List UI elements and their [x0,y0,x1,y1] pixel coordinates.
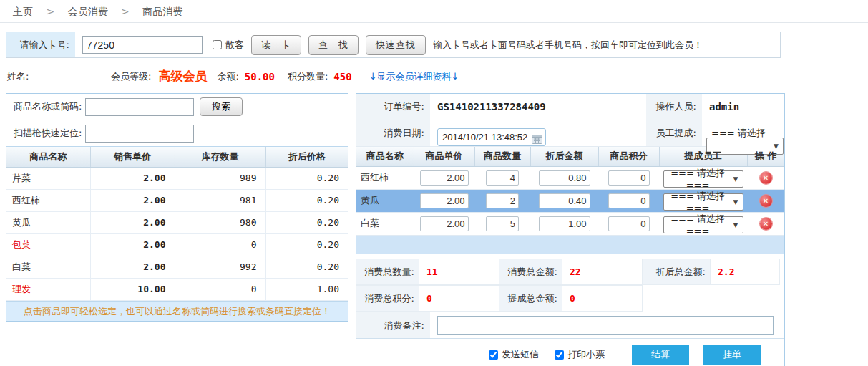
total-discount-label: 折后总金额: [643,259,711,285]
order-item-unit-price-input[interactable] [420,193,469,208]
print-ticket-checkbox[interactable] [555,350,564,360]
product-price: 10.00 [90,278,175,300]
order-item-name: 白菜 [356,212,414,235]
guest-label: 散客 [225,39,244,52]
order-panel: 订单编号: GS1410211337284409 操作人员: admin 消费日… [356,93,785,366]
product-col-discount: 折后价格 [265,147,348,167]
order-item-row[interactable]: 黄瓜=== 请选择 ===▼✕ [356,189,784,212]
order-item-staff-select[interactable]: === 请选择 ===▼ [663,193,743,211]
total-qty-label: 消费总数量: [356,259,419,285]
order-item-qty-input[interactable] [486,216,519,231]
card-number-label: 请输入卡号: [6,32,75,57]
product-row[interactable]: 白菜2.009920.20 [6,256,348,278]
chevron-down-icon: ▼ [733,198,738,206]
show-member-detail-link[interactable]: ↓显示会员详细资料↓ [369,70,459,83]
order-item-qty-input[interactable] [486,170,519,186]
order-items-table: 商品名称 商品单价 商品数量 折后金额 商品积分 提成员工 操 作 西红柿===… [356,147,784,236]
total-commission-value: 0 [562,285,643,312]
order-item-qty-input[interactable] [486,193,519,208]
member-name-label: 姓名: [7,70,68,83]
order-item-points-input[interactable] [608,216,650,231]
card-lookup-bar: 请输入卡号: 散客 读 卡 查 找 快速查找 输入卡号或者卡面号码或者手机号码，… [6,32,781,58]
read-card-button[interactable]: 读 卡 [251,35,301,55]
points-label: 积分数量: [288,70,328,83]
card-number-input[interactable] [82,36,203,54]
guest-checkbox[interactable] [213,40,222,49]
total-amount-value: 22 [562,259,643,285]
product-search-input[interactable] [85,98,194,116]
product-price: 2.00 [90,189,175,211]
product-row[interactable]: 包菜2.0000.20 [6,233,348,256]
product-col-name: 商品名称 [6,147,90,167]
product-price: 2.00 [90,233,175,256]
product-discount-price: 0.20 [265,189,348,211]
product-row[interactable]: 理发10.0001.00 [6,278,348,300]
consume-date-input[interactable] [437,128,546,146]
totals-section: 消费总数量: 11 消费总金额: 22 折后总金额: 2.2 消费总积分: 0 … [356,259,784,312]
order-item-unit-price-input[interactable] [420,216,469,231]
total-points-label: 消费总积分: [356,285,419,312]
product-name: 黄瓜 [6,211,90,233]
balance-label: 余额: [217,70,238,83]
product-price: 2.00 [90,211,175,233]
product-search-button[interactable]: 搜索 [200,97,243,116]
order-item-points-input[interactable] [608,170,650,186]
product-discount-price: 0.20 [265,233,348,256]
order-item-row[interactable]: 西红柿=== 请选择 ===▼✕ [356,166,784,189]
operator-label: 操作人员: [646,94,703,120]
send-sms-label: 发送短信 [502,348,539,361]
breadcrumb-product-consume: 商品消费 [142,6,182,17]
order-no-value: GS1410211337284409 [431,94,646,120]
order-item-unit-price-input[interactable] [420,170,469,186]
breadcrumb-separator: > [121,6,130,17]
product-stock: 0 [175,278,265,300]
delete-item-icon[interactable]: ✕ [760,195,772,207]
breadcrumb-member-consume[interactable]: 会员消费 [68,6,108,17]
print-ticket-label: 打印小票 [567,348,605,361]
order-item-discount-input[interactable] [539,216,590,231]
product-row[interactable]: 西红柿2.009810.20 [6,189,348,211]
product-name: 芹菜 [6,167,90,189]
order-col-name: 商品名称 [356,147,414,166]
member-info-bar: 姓名: 会员等级: 高级会员 余额: 50.00 积分数量: 450 ↓显示会员… [7,68,862,85]
product-name: 西红柿 [6,189,90,211]
order-item-discount-input[interactable] [539,170,590,186]
remark-label: 消费备注: [356,312,431,338]
card-lookup-hint: 输入卡号或者卡面号码或者手机号码，按回车即可定位到此会员！ [433,39,703,52]
chevron-down-icon: ▼ [733,175,738,183]
order-item-discount-input[interactable] [539,193,590,208]
order-item-name: 黄瓜 [356,189,414,212]
product-search-label: 商品名称或简码: [6,100,85,113]
product-row[interactable]: 黄瓜2.009800.20 [6,211,348,233]
order-item-staff-select[interactable]: === 请选择 ===▼ [663,216,743,233]
chevron-down-icon: ▼ [733,221,738,228]
product-row[interactable]: 芹菜2.009890.20 [6,167,348,189]
calendar-icon[interactable] [532,128,542,154]
order-col-points: 商品积分 [598,147,659,166]
product-discount-price: 0.20 [265,256,348,278]
hold-order-button[interactable]: 挂单 [703,345,761,365]
order-item-points-input[interactable] [608,193,650,208]
delete-item-icon[interactable]: ✕ [760,218,772,230]
order-no-label: 订单编号: [356,94,431,120]
member-level-value: 高级会员 [158,68,207,85]
product-list-panel: 商品名称或简码: 搜索 扫描枪快速定位: 商品名称 销售单价 库存数量 折后价格… [6,93,348,322]
barcode-scan-input[interactable] [85,125,194,143]
product-table: 商品名称 销售单价 库存数量 折后价格 芹菜2.009890.20西红柿2.00… [6,147,348,301]
product-name: 包菜 [6,233,90,256]
quick-find-button[interactable]: 快速查找 [366,35,426,55]
total-amount-label: 消费总金额: [499,259,562,285]
breadcrumb-home[interactable]: 主页 [13,6,33,17]
settle-button[interactable]: 结算 [632,345,689,365]
consume-date-label: 消费日期: [356,120,431,146]
order-item-staff-select[interactable]: === 请选择 ===▼ [663,170,743,188]
order-item-row[interactable]: 白菜=== 请选择 ===▼✕ [356,212,784,235]
find-button[interactable]: 查 找 [308,35,359,55]
delete-item-icon[interactable]: ✕ [760,172,772,184]
product-name: 白菜 [6,256,90,278]
operator-value: admin [703,94,783,120]
total-discount-value: 2.2 [711,259,780,285]
total-commission-label: 提成总金额: [499,285,562,312]
remark-input[interactable] [437,316,774,335]
send-sms-checkbox[interactable] [489,350,498,360]
